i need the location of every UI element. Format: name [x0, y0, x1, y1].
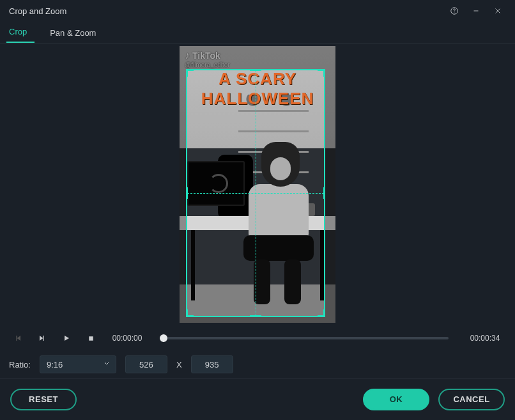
prev-frame-icon[interactable] [12, 332, 24, 345]
play-icon[interactable] [60, 332, 73, 345]
tab-bar: Crop Pan & Zoom [0, 22, 515, 43]
seek-knob[interactable] [160, 334, 167, 342]
close-icon[interactable] [487, 0, 509, 22]
tab-pan-zoom[interactable]: Pan & Zoom [47, 23, 104, 43]
tiktok-watermark: ♪ TikTok [185, 50, 220, 61]
crop-handle-bl[interactable] [186, 309, 194, 317]
svg-rect-5 [89, 336, 93, 341]
account-handle: @filmora_editor [185, 61, 230, 68]
crop-handle-tl[interactable] [186, 69, 194, 77]
next-frame-icon[interactable] [36, 332, 49, 345]
svg-point-1 [454, 12, 454, 13]
dimension-separator: X [176, 360, 182, 369]
width-input[interactable]: 526 [125, 355, 167, 373]
minimize-icon[interactable] [465, 0, 487, 22]
ratio-value: 9:16 [47, 360, 63, 369]
stop-icon[interactable] [84, 332, 97, 345]
reset-button[interactable]: RESET [10, 389, 77, 410]
crop-params: Ratio: 9:16 526 X 935 [0, 351, 515, 378]
crop-handle-right[interactable] [323, 187, 325, 199]
help-icon[interactable] [443, 0, 465, 22]
window-title: Crop and Zoom [9, 6, 66, 16]
tiktok-label: TikTok [192, 51, 220, 61]
dialog-footer: RESET OK CANCEL [0, 378, 515, 420]
duration: 00:00:34 [466, 334, 503, 343]
video-preview[interactable]: ♪ TikTok @filmora_editor A SCARY HALLOWE… [180, 46, 335, 323]
cancel-button[interactable]: CANCEL [438, 389, 505, 410]
chevron-down-icon [103, 360, 111, 369]
crop-rectangle[interactable] [186, 69, 325, 317]
crop-handle-top[interactable] [250, 69, 261, 71]
titlebar: Crop and Zoom [0, 0, 515, 22]
preview-canvas: ♪ TikTok @filmora_editor A SCARY HALLOWE… [0, 43, 515, 325]
crop-zoom-dialog: Crop and Zoom Crop Pan & Zoom [0, 0, 515, 420]
seek-bar[interactable] [164, 337, 449, 339]
crop-handle-tr[interactable] [318, 69, 325, 77]
ok-button[interactable]: OK [363, 389, 429, 410]
crop-handle-br[interactable] [318, 309, 325, 317]
current-time: 00:00:00 [109, 334, 146, 343]
crop-handle-bottom[interactable] [250, 315, 261, 317]
crop-handle-left[interactable] [186, 187, 188, 199]
tab-crop[interactable]: Crop [6, 22, 35, 43]
tiktok-icon: ♪ [185, 50, 190, 61]
ratio-select[interactable]: 9:16 [40, 355, 116, 373]
ratio-label: Ratio: [9, 360, 31, 369]
playback-controls: 00:00:00 00:00:34 [0, 325, 515, 351]
height-input[interactable]: 935 [191, 355, 233, 373]
